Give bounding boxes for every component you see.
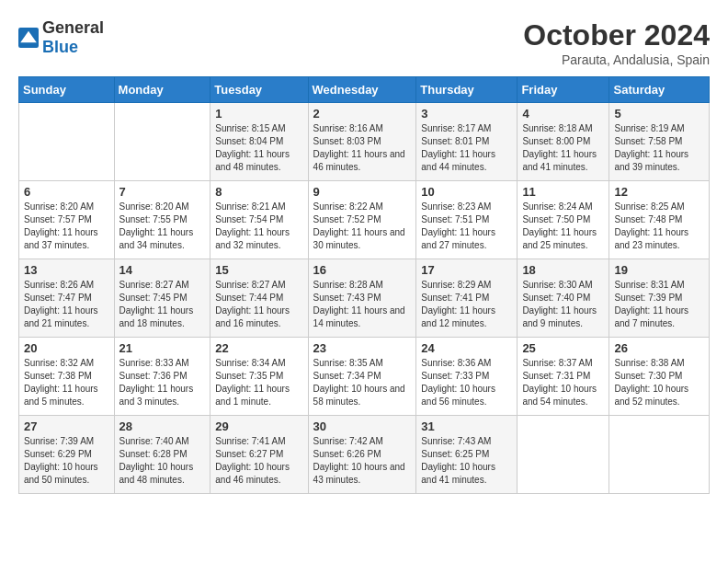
day-cell: 19Sunrise: 8:31 AMSunset: 7:39 PMDayligh… [609, 259, 710, 338]
day-number: 21 [119, 341, 206, 355]
day-number: 15 [215, 263, 302, 277]
day-detail: Sunrise: 7:41 AMSunset: 6:27 PMDaylight:… [215, 435, 302, 487]
day-number: 31 [421, 419, 512, 433]
header-day-tuesday: Tuesday [210, 77, 308, 103]
day-detail: Sunrise: 8:22 AMSunset: 7:52 PMDaylight:… [313, 201, 412, 252]
header-day-monday: Monday [114, 77, 210, 103]
day-cell: 9Sunrise: 8:22 AMSunset: 7:52 PMDaylight… [308, 181, 416, 259]
day-cell: 20Sunrise: 8:32 AMSunset: 7:38 PMDayligh… [19, 338, 115, 416]
day-cell: 28Sunrise: 7:40 AMSunset: 6:28 PMDayligh… [114, 416, 210, 494]
day-detail: Sunrise: 7:39 AMSunset: 6:29 PMDaylight:… [24, 435, 109, 487]
day-detail: Sunrise: 8:36 AMSunset: 7:33 PMDaylight:… [421, 357, 512, 408]
day-cell: 14Sunrise: 8:27 AMSunset: 7:45 PMDayligh… [114, 259, 210, 338]
day-number: 2 [313, 107, 412, 121]
header-day-wednesday: Wednesday [308, 77, 416, 103]
week-row-3: 13Sunrise: 8:26 AMSunset: 7:47 PMDayligh… [19, 259, 710, 338]
day-number: 28 [119, 419, 206, 433]
day-detail: Sunrise: 8:21 AMSunset: 7:54 PMDaylight:… [215, 201, 302, 252]
day-number: 13 [24, 263, 109, 277]
header-day-sunday: Sunday [19, 77, 115, 103]
header-day-saturday: Saturday [609, 77, 710, 103]
subtitle: Parauta, Andalusia, Spain [523, 52, 710, 67]
day-number: 6 [24, 185, 109, 199]
day-cell: 26Sunrise: 8:38 AMSunset: 7:30 PMDayligh… [609, 338, 710, 416]
day-number: 14 [119, 263, 206, 277]
day-cell: 7Sunrise: 8:20 AMSunset: 7:55 PMDaylight… [114, 181, 210, 259]
day-cell [609, 416, 710, 494]
day-number: 3 [421, 107, 512, 121]
day-cell: 6Sunrise: 8:20 AMSunset: 7:57 PMDaylight… [19, 181, 115, 259]
day-detail: Sunrise: 7:43 AMSunset: 6:25 PMDaylight:… [421, 435, 512, 487]
day-cell: 18Sunrise: 8:30 AMSunset: 7:40 PMDayligh… [518, 259, 609, 338]
day-detail: Sunrise: 8:32 AMSunset: 7:38 PMDaylight:… [24, 357, 109, 408]
day-detail: Sunrise: 7:40 AMSunset: 6:28 PMDaylight:… [119, 435, 206, 487]
day-cell: 8Sunrise: 8:21 AMSunset: 7:54 PMDaylight… [210, 181, 308, 259]
week-row-1: 1Sunrise: 8:15 AMSunset: 8:04 PMDaylight… [19, 103, 710, 181]
day-cell: 22Sunrise: 8:34 AMSunset: 7:35 PMDayligh… [210, 338, 308, 416]
day-detail: Sunrise: 8:27 AMSunset: 7:44 PMDaylight:… [215, 279, 302, 330]
day-detail: Sunrise: 8:25 AMSunset: 7:48 PMDaylight:… [614, 201, 704, 252]
day-detail: Sunrise: 8:26 AMSunset: 7:47 PMDaylight:… [24, 279, 109, 330]
day-cell: 21Sunrise: 8:33 AMSunset: 7:36 PMDayligh… [114, 338, 210, 416]
day-cell: 10Sunrise: 8:23 AMSunset: 7:51 PMDayligh… [416, 181, 518, 259]
day-detail: Sunrise: 8:28 AMSunset: 7:43 PMDaylight:… [313, 279, 412, 330]
day-cell: 30Sunrise: 7:42 AMSunset: 6:26 PMDayligh… [308, 416, 416, 494]
day-number: 1 [215, 107, 302, 121]
day-number: 19 [614, 263, 704, 277]
day-cell: 24Sunrise: 8:36 AMSunset: 7:33 PMDayligh… [416, 338, 518, 416]
day-detail: Sunrise: 8:18 AMSunset: 8:00 PMDaylight:… [522, 122, 604, 174]
week-row-5: 27Sunrise: 7:39 AMSunset: 6:29 PMDayligh… [19, 416, 710, 494]
day-detail: Sunrise: 8:20 AMSunset: 7:57 PMDaylight:… [24, 201, 109, 252]
calendar-table: SundayMondayTuesdayWednesdayThursdayFrid… [18, 76, 710, 494]
day-detail: Sunrise: 8:17 AMSunset: 8:01 PMDaylight:… [421, 122, 512, 174]
header-row: SundayMondayTuesdayWednesdayThursdayFrid… [19, 77, 710, 103]
day-cell [518, 416, 609, 494]
day-number: 12 [614, 185, 704, 199]
logo-general: General [42, 18, 104, 37]
day-detail: Sunrise: 8:16 AMSunset: 8:03 PMDaylight:… [313, 122, 412, 174]
day-detail: Sunrise: 8:15 AMSunset: 8:04 PMDaylight:… [215, 122, 302, 174]
day-cell: 25Sunrise: 8:37 AMSunset: 7:31 PMDayligh… [518, 338, 609, 416]
day-cell: 1Sunrise: 8:15 AMSunset: 8:04 PMDaylight… [210, 103, 308, 181]
day-number: 25 [522, 341, 604, 355]
day-cell: 4Sunrise: 8:18 AMSunset: 8:00 PMDaylight… [518, 103, 609, 181]
day-number: 30 [313, 419, 412, 433]
day-detail: Sunrise: 8:37 AMSunset: 7:31 PMDaylight:… [522, 357, 604, 408]
day-number: 7 [119, 185, 206, 199]
day-cell: 3Sunrise: 8:17 AMSunset: 8:01 PMDaylight… [416, 103, 518, 181]
day-number: 16 [313, 263, 412, 277]
logo: General Blue [18, 18, 104, 57]
day-detail: Sunrise: 8:24 AMSunset: 7:50 PMDaylight:… [522, 201, 604, 252]
day-cell: 29Sunrise: 7:41 AMSunset: 6:27 PMDayligh… [210, 416, 308, 494]
day-number: 4 [522, 107, 604, 121]
day-cell: 5Sunrise: 8:19 AMSunset: 7:58 PMDaylight… [609, 103, 710, 181]
day-number: 27 [24, 419, 109, 433]
day-number: 18 [522, 263, 604, 277]
day-detail: Sunrise: 8:29 AMSunset: 7:41 PMDaylight:… [421, 279, 512, 330]
day-cell: 17Sunrise: 8:29 AMSunset: 7:41 PMDayligh… [416, 259, 518, 338]
main-title: October 2024 [523, 18, 710, 52]
day-cell: 16Sunrise: 8:28 AMSunset: 7:43 PMDayligh… [308, 259, 416, 338]
day-detail: Sunrise: 7:42 AMSunset: 6:26 PMDaylight:… [313, 435, 412, 487]
day-number: 17 [421, 263, 512, 277]
day-number: 9 [313, 185, 412, 199]
page-header: General Blue October 2024 Parauta, Andal… [18, 18, 710, 67]
day-cell: 31Sunrise: 7:43 AMSunset: 6:25 PMDayligh… [416, 416, 518, 494]
day-detail: Sunrise: 8:20 AMSunset: 7:55 PMDaylight:… [119, 201, 206, 252]
day-detail: Sunrise: 8:23 AMSunset: 7:51 PMDaylight:… [421, 201, 512, 252]
day-number: 29 [215, 419, 302, 433]
day-number: 10 [421, 185, 512, 199]
day-cell: 13Sunrise: 8:26 AMSunset: 7:47 PMDayligh… [19, 259, 115, 338]
day-number: 22 [215, 341, 302, 355]
week-row-4: 20Sunrise: 8:32 AMSunset: 7:38 PMDayligh… [19, 338, 710, 416]
day-detail: Sunrise: 8:38 AMSunset: 7:30 PMDaylight:… [614, 357, 704, 408]
day-number: 5 [614, 107, 704, 121]
logo-blue: Blue [42, 38, 78, 56]
day-detail: Sunrise: 8:27 AMSunset: 7:45 PMDaylight:… [119, 279, 206, 330]
day-cell [114, 103, 210, 181]
day-cell [19, 103, 115, 181]
day-number: 24 [421, 341, 512, 355]
header-day-thursday: Thursday [416, 77, 518, 103]
day-cell: 11Sunrise: 8:24 AMSunset: 7:50 PMDayligh… [518, 181, 609, 259]
day-cell: 23Sunrise: 8:35 AMSunset: 7:34 PMDayligh… [308, 338, 416, 416]
